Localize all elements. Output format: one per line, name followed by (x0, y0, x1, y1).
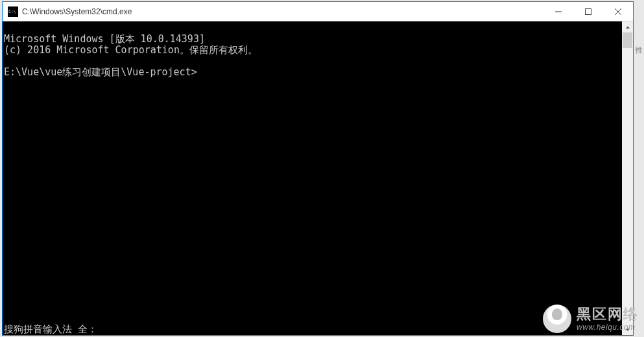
cmd-icon (8, 6, 18, 17)
window-title: C:\Windows\System32\cmd.exe (22, 7, 543, 16)
maximize-button[interactable] (573, 2, 603, 21)
scroll-down-button[interactable] (622, 324, 633, 335)
terminal-line: (c) 2016 Microsoft Corporation。保留所有权利。 (4, 44, 257, 56)
scroll-up-button[interactable] (622, 21, 633, 32)
titlebar[interactable]: C:\Windows\System32\cmd.exe (3, 2, 633, 21)
right-panel-fragment: 性 (634, 19, 644, 58)
close-icon (615, 8, 621, 15)
svg-marker-5 (626, 329, 630, 331)
minimize-icon (555, 8, 562, 15)
vertical-scrollbar[interactable] (622, 21, 633, 335)
right-panel-label: 性 (636, 45, 643, 55)
svg-rect-1 (586, 8, 591, 14)
scroll-track[interactable] (622, 32, 633, 324)
terminal[interactable]: Microsoft Windows [版本 10.0.14393] (c) 20… (3, 21, 622, 335)
maximize-icon (585, 8, 591, 15)
ime-status: 搜狗拼音输入法 全： (4, 324, 97, 335)
window-controls (543, 2, 633, 21)
chevron-down-icon (625, 327, 630, 332)
terminal-line: Microsoft Windows [版本 10.0.14393] (4, 33, 205, 45)
chevron-up-icon (625, 25, 630, 30)
terminal-prompt: E:\Vue\vue练习创建项目\Vue-project> (4, 66, 197, 78)
close-button[interactable] (603, 2, 633, 21)
minimize-button[interactable] (543, 2, 573, 21)
svg-marker-4 (626, 26, 630, 29)
scroll-thumb[interactable] (623, 32, 632, 48)
cmd-window: C:\Windows\System32\cmd.exe Microsoft Wi… (2, 1, 634, 336)
client-area: Microsoft Windows [版本 10.0.14393] (c) 20… (3, 21, 633, 335)
